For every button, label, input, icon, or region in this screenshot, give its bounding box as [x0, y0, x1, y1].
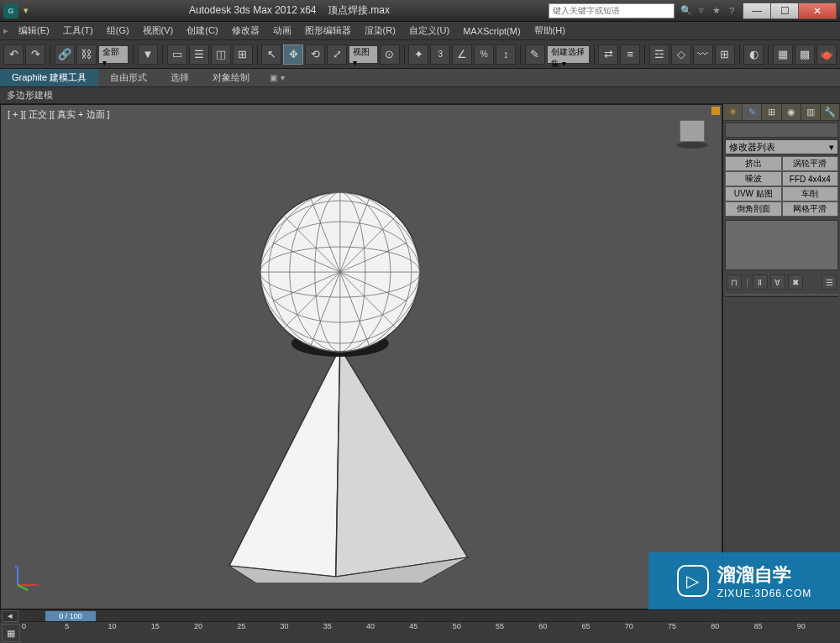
menu-tools[interactable]: 工具(T)	[56, 23, 100, 39]
snap-toggle-button[interactable]: 3	[430, 44, 450, 65]
select-button[interactable]: ↖	[261, 44, 281, 65]
curve-editor-button[interactable]: 〰	[693, 44, 713, 65]
time-config-icon[interactable]: ▦	[2, 624, 20, 642]
timeline-ruler[interactable]: 051015202530354045505560657075808590	[22, 622, 840, 643]
help-icon[interactable]: ?	[725, 4, 738, 18]
tick-80: 80	[711, 622, 719, 630]
configure-sets-icon[interactable]: ☰	[822, 274, 837, 290]
redo-button[interactable]: ↷	[25, 44, 45, 65]
pin-stack-icon[interactable]: ⊓	[727, 274, 742, 290]
scale-button[interactable]: ⤢	[327, 44, 347, 65]
percent-snap-button[interactable]: %	[474, 44, 494, 65]
ribbon-collapse-icon[interactable]: ▣	[270, 73, 277, 82]
manipulate-button[interactable]: ✦	[408, 44, 428, 65]
mod-lathe[interactable]: 车削	[782, 186, 839, 201]
minimize-button[interactable]: —	[743, 3, 771, 19]
mod-bevelprofile[interactable]: 倒角剖面	[725, 201, 782, 217]
ribbon-tab-freeform[interactable]: 自由形式	[98, 69, 159, 86]
mod-ffd[interactable]: FFD 4x4x4	[782, 171, 839, 186]
tab-utilities[interactable]: 🔧	[821, 104, 840, 120]
scope-dropdown[interactable]: 全部 ▾	[98, 45, 129, 64]
star-icon[interactable]: ★	[710, 4, 723, 18]
help-search-input[interactable]	[549, 3, 675, 18]
object-name-field[interactable]	[725, 123, 838, 138]
menu-maxscript[interactable]: MAXScript(M)	[456, 24, 527, 38]
sub-icon[interactable]: ▿	[695, 4, 708, 18]
tick-45: 45	[409, 622, 417, 630]
menu-custom[interactable]: 自定义(U)	[402, 23, 456, 39]
mod-extrude[interactable]: 挤出	[725, 156, 782, 171]
viewport-label[interactable]: [ + ][ 正交 ][ 真实 + 边面 ]	[8, 108, 110, 121]
unlink-button[interactable]: ⛓	[76, 44, 97, 65]
link-button[interactable]: 🔗	[55, 44, 75, 65]
time-slider[interactable]: ◂ 0 / 100	[0, 610, 840, 622]
rendered-frame-button[interactable]: ▩	[795, 44, 815, 65]
menu-grapheditor[interactable]: 图形编辑器	[298, 23, 358, 39]
search-icon[interactable]: 🔍	[680, 4, 693, 18]
app-name: Autodesk 3ds Max 2012 x64	[189, 4, 316, 16]
menu-help[interactable]: 帮助(H)	[528, 23, 572, 39]
tab-create[interactable]: ✳	[723, 104, 743, 120]
menu-edit[interactable]: 编辑(E)	[12, 23, 56, 39]
menu-modifier[interactable]: 修改器	[225, 23, 266, 39]
ribbon-expand-icon[interactable]: ▾	[281, 73, 285, 82]
editnamed-button[interactable]: ✎	[525, 44, 545, 65]
menu-create[interactable]: 创建(C)	[180, 23, 224, 39]
modifier-stack[interactable]	[725, 220, 838, 270]
mod-turbosmooth[interactable]: 涡轮平滑	[782, 156, 839, 171]
modifier-list-dropdown[interactable]: 修改器列表▾	[725, 139, 838, 154]
filter-button[interactable]: ▼	[138, 44, 158, 65]
graphite-button[interactable]: ◇	[671, 44, 691, 65]
mod-uvw[interactable]: UVW 贴图	[725, 186, 782, 201]
undo-button[interactable]: ↶	[3, 44, 24, 65]
menu-group[interactable]: 组(G)	[100, 23, 136, 39]
unique-icon[interactable]: ∀	[770, 274, 785, 290]
menu-overflow-icon[interactable]: ▸	[3, 25, 8, 36]
app-icon[interactable]: G	[3, 3, 18, 18]
schematic-button[interactable]: ⊞	[715, 44, 735, 65]
frame-indicator[interactable]: 0 / 100	[45, 611, 96, 621]
ribbon-tab-graphite[interactable]: Graphite 建模工具	[0, 69, 98, 86]
maximize-button[interactable]: ☐	[770, 3, 799, 19]
show-endresult-icon[interactable]: Ⅱ	[753, 274, 768, 290]
mod-noise[interactable]: 噪波	[725, 171, 782, 186]
tab-hierarchy[interactable]: ⊞	[762, 104, 781, 120]
material-editor-button[interactable]: ◐	[743, 44, 764, 65]
tab-modify[interactable]: ✎	[743, 104, 762, 120]
close-button[interactable]: ✕	[798, 3, 837, 19]
ribbon-tab-select[interactable]: 选择	[159, 69, 201, 86]
scene-geometry	[189, 163, 508, 584]
ribbon-tab-objectpaint[interactable]: 对象绘制	[201, 69, 261, 86]
svg-marker-1	[336, 348, 468, 577]
move-button[interactable]: ✥	[283, 44, 303, 65]
select-name-button[interactable]: ☰	[189, 44, 209, 65]
select-object-button[interactable]: ▭	[167, 44, 187, 65]
select-region-button[interactable]: ◫	[211, 44, 231, 65]
tick-0: 0	[22, 622, 26, 630]
named-selset-dropdown[interactable]: 创建选择集 ▾	[547, 45, 590, 64]
pivot-button[interactable]: ⊙	[380, 44, 400, 65]
render-button[interactable]: 🫖	[816, 44, 837, 65]
menu-view[interactable]: 视图(V)	[136, 23, 181, 39]
tick-10: 10	[108, 622, 117, 630]
spinner-snap-button[interactable]: ↕	[496, 44, 516, 65]
mirror-button[interactable]: ⇄	[598, 44, 618, 65]
menu-animation[interactable]: 动画	[266, 23, 298, 39]
mod-meshsmooth[interactable]: 网格平滑	[782, 201, 839, 217]
menu-render[interactable]: 渲染(R)	[358, 23, 402, 39]
tick-70: 70	[625, 622, 633, 630]
view-cube[interactable]	[680, 120, 705, 142]
align-button[interactable]: ≡	[620, 44, 640, 65]
tab-display[interactable]: ▥	[801, 104, 821, 120]
window-crossing-button[interactable]: ⊞	[233, 44, 253, 65]
layers-button[interactable]: ☲	[649, 44, 669, 65]
render-setup-button[interactable]: ▦	[773, 44, 793, 65]
refcoord-dropdown[interactable]: 视图 ▾	[349, 45, 378, 64]
remove-mod-icon[interactable]: ✖	[788, 274, 803, 290]
recent-files-drop[interactable]: ▾	[24, 5, 29, 16]
timeline-prev-icon[interactable]: ◂	[2, 610, 18, 622]
rotate-button[interactable]: ⟲	[305, 44, 325, 65]
angle-snap-button[interactable]: ∠	[452, 44, 472, 65]
viewport[interactable]: [ + ][ 正交 ][ 真实 + 边面 ]	[0, 104, 722, 609]
tab-motion[interactable]: ◉	[782, 104, 801, 120]
